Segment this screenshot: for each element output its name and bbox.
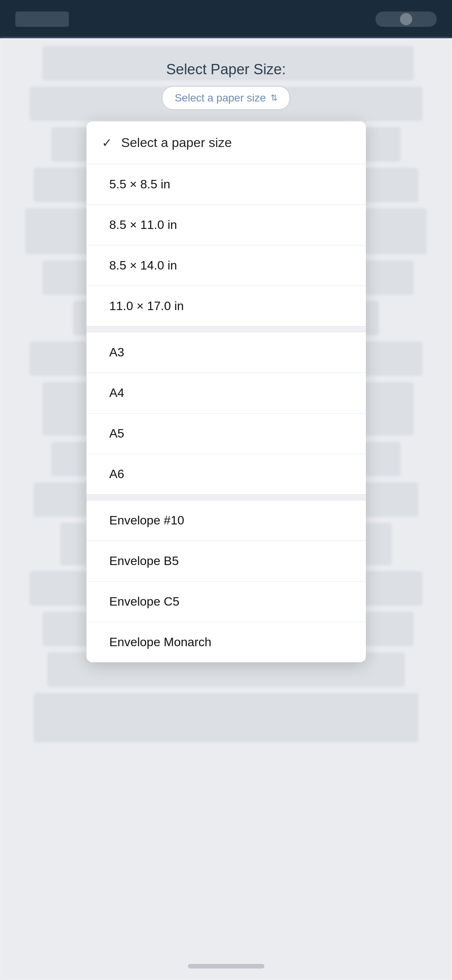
paper-size-title: Select Paper Size:	[166, 61, 286, 78]
list-item[interactable]: 5.5 × 8.5 in	[86, 164, 366, 205]
dropdown-menu: ✓ Select a paper size 5.5 × 8.5 in 8.5 ×…	[86, 121, 366, 662]
group-imperial: 5.5 × 8.5 in 8.5 × 11.0 in 8.5 × 14.0 in…	[86, 164, 366, 326]
main-overlay: Select Paper Size: Select a paper size ⇅…	[0, 38, 452, 662]
paper-size-selector-button[interactable]: Select a paper size ⇅	[162, 86, 290, 110]
list-item[interactable]: A5	[86, 413, 366, 454]
header-user-area[interactable]	[375, 11, 437, 27]
list-item[interactable]: Envelope C5	[86, 581, 366, 622]
group-separator-2	[86, 494, 366, 500]
user-avatar	[400, 13, 412, 25]
selected-item-label: Select a paper size	[121, 135, 232, 150]
app-header	[0, 0, 452, 38]
list-item[interactable]: Envelope B5	[86, 541, 366, 581]
selector-label: Select a paper size	[175, 92, 266, 104]
list-item[interactable]: A3	[86, 332, 366, 373]
list-item[interactable]: A4	[86, 373, 366, 413]
dropdown-selected-row[interactable]: ✓ Select a paper size	[86, 121, 366, 164]
group-envelope: Envelope #10 Envelope B5 Envelope C5 Env…	[86, 500, 366, 662]
list-item[interactable]: Envelope #10	[86, 500, 366, 541]
list-item[interactable]: 8.5 × 14.0 in	[86, 245, 366, 286]
envelope-monarch-label: Envelope Monarch	[109, 635, 212, 649]
list-item[interactable]: Envelope Monarch	[86, 622, 366, 662]
group-iso: A3 A4 A5 A6	[86, 332, 366, 494]
checkmark-icon: ✓	[102, 136, 112, 150]
header-logo	[15, 11, 69, 27]
group-separator	[86, 326, 366, 332]
selector-arrow-icon: ⇅	[271, 93, 277, 103]
list-item[interactable]: A6	[86, 454, 366, 494]
scroll-indicator	[188, 964, 264, 969]
list-item[interactable]: 8.5 × 11.0 in	[86, 205, 366, 245]
paper-size-section: Select Paper Size: Select a paper size ⇅	[162, 61, 290, 110]
list-item[interactable]: 11.0 × 17.0 in	[86, 286, 366, 326]
